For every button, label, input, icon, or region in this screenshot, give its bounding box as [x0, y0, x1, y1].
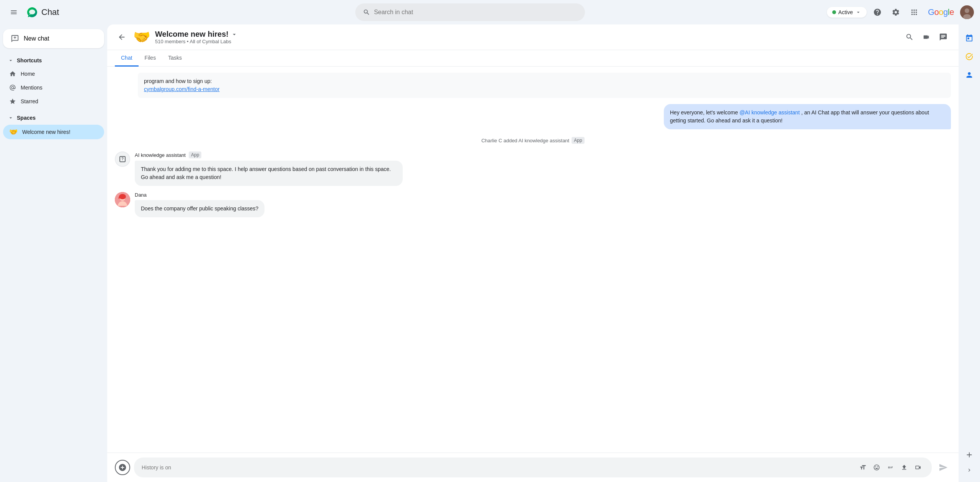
- input-area: [107, 453, 959, 482]
- new-chat-icon: [11, 34, 19, 43]
- chevron-down-icon: [855, 9, 861, 15]
- contacts-panel-icon[interactable]: [962, 67, 977, 83]
- bot-app-badge: App: [189, 151, 201, 158]
- calendar-panel-icon[interactable]: [962, 31, 977, 46]
- space-info: Welcome new hires! 510 members • All of …: [155, 30, 897, 44]
- main-layout: New chat Shortcuts Home Mentions: [0, 24, 980, 482]
- tab-files[interactable]: Files: [139, 50, 162, 67]
- search-input[interactable]: [374, 9, 577, 16]
- chevron-down-icon: [8, 57, 14, 64]
- add-panel-icon[interactable]: [962, 447, 977, 462]
- bot-avatar: ?: [115, 151, 130, 167]
- user-message-wrap: Dana Does the company offer public speak…: [115, 192, 951, 217]
- sidebar: New chat Shortcuts Home Mentions: [0, 24, 107, 482]
- active-status-badge[interactable]: Active: [827, 7, 867, 18]
- user-name-row: Dana: [135, 192, 951, 198]
- chat-header: 🤝 Welcome new hires! 510 members • All o…: [107, 24, 959, 50]
- active-label: Active: [838, 9, 853, 15]
- menu-icon[interactable]: [6, 5, 21, 20]
- messages-area: program and how to sign up: cymbalgroup.…: [107, 67, 959, 453]
- google-logo-text: Google: [928, 7, 954, 17]
- add-attachment-button[interactable]: [115, 460, 130, 475]
- back-button[interactable]: [115, 30, 129, 44]
- bot-bubble: Thank you for adding me to this space. I…: [135, 161, 403, 186]
- at-icon: [9, 84, 16, 91]
- chevron-down-icon: [231, 31, 238, 38]
- sidebar-item-home[interactable]: Home: [3, 67, 104, 80]
- search-bar-wrap: [116, 3, 824, 21]
- outgoing-message-wrap: Hey everyone, let's welcome @AI knowledg…: [115, 104, 951, 129]
- home-icon: [9, 70, 16, 77]
- spaces-header[interactable]: Spaces: [3, 112, 104, 124]
- starred-label: Starred: [21, 98, 38, 104]
- space-meta: 510 members • All of Cymbal Labs: [155, 39, 897, 44]
- bot-message-content: AI knowledge assistant App Thank you for…: [135, 151, 951, 186]
- svg-text:?: ?: [121, 157, 124, 161]
- tab-tasks[interactable]: Tasks: [162, 50, 188, 67]
- spaces-section: Spaces 🤝 Welcome new hires!: [3, 112, 104, 140]
- chat-tabs: Chat Files Tasks: [107, 50, 959, 67]
- message-input-box[interactable]: [134, 458, 932, 477]
- topbar: Chat Active: [0, 0, 980, 24]
- input-actions: [857, 461, 924, 474]
- user-message-content: Dana Does the company offer public speak…: [135, 192, 951, 217]
- active-dot: [832, 10, 836, 14]
- threads-button[interactable]: [936, 29, 951, 45]
- sidebar-item-starred[interactable]: Starred: [3, 95, 104, 108]
- svg-point-9: [119, 194, 126, 199]
- star-icon: [9, 98, 16, 105]
- topbar-left: Chat: [6, 5, 113, 20]
- shortcuts-header[interactable]: Shortcuts: [3, 54, 104, 67]
- send-button[interactable]: [936, 460, 951, 475]
- apps-button[interactable]: [906, 5, 922, 20]
- chat-logo-svg: [26, 6, 38, 18]
- search-bar[interactable]: [355, 3, 585, 21]
- topbar-right: Active Google: [827, 5, 974, 20]
- gif-button[interactable]: [884, 461, 897, 474]
- sidebar-item-mentions[interactable]: Mentions: [3, 81, 104, 94]
- new-chat-button[interactable]: New chat: [3, 29, 104, 48]
- space-item-label: Welcome new hires!: [22, 129, 70, 135]
- expand-button[interactable]: [963, 466, 975, 476]
- dana-avatar: [115, 192, 130, 207]
- user-avatar[interactable]: [960, 5, 974, 19]
- emoji-button[interactable]: [871, 461, 883, 474]
- system-message: Charlie C added AI knowledge assistant A…: [115, 137, 951, 144]
- sidebar-item-space-welcome[interactable]: 🤝 Welcome new hires!: [3, 125, 104, 139]
- svg-point-1: [29, 10, 35, 15]
- tasks-panel-icon[interactable]: [962, 49, 977, 64]
- app-title: Chat: [41, 7, 59, 17]
- ai-mention[interactable]: @AI knowledge assistant: [740, 109, 800, 116]
- chat-header-actions: [902, 29, 951, 45]
- bot-message-wrap: ? AI knowledge assistant App Thank you f…: [115, 151, 951, 186]
- main-content: 🤝 Welcome new hires! 510 members • All o…: [107, 24, 959, 482]
- partial-message: program and how to sign up: cymbalgroup.…: [138, 73, 951, 98]
- chevron-down-icon: [8, 115, 14, 121]
- spaces-label: Spaces: [17, 115, 36, 121]
- space-emoji-icon: 🤝: [9, 128, 18, 136]
- search-chat-button[interactable]: [902, 29, 917, 45]
- video-message-button[interactable]: [912, 461, 924, 474]
- right-panel: [959, 24, 980, 482]
- space-name[interactable]: Welcome new hires!: [155, 30, 897, 39]
- shortcuts-label: Shortcuts: [17, 57, 42, 64]
- format-text-button[interactable]: [857, 461, 869, 474]
- video-call-button[interactable]: [919, 29, 934, 45]
- user-bubble: Does the company offer public speaking c…: [135, 200, 265, 217]
- upload-button[interactable]: [898, 461, 910, 474]
- right-panel-bottom: [962, 447, 977, 476]
- space-header-emoji: 🤝: [133, 29, 150, 45]
- search-icon: [363, 8, 370, 16]
- tab-chat[interactable]: Chat: [115, 50, 139, 67]
- new-chat-label: New chat: [24, 35, 49, 42]
- outgoing-message-bubble: Hey everyone, let's welcome @AI knowledg…: [664, 104, 951, 129]
- mentions-label: Mentions: [21, 85, 42, 91]
- bot-name: AI knowledge assistant: [135, 152, 186, 158]
- help-button[interactable]: [870, 5, 885, 20]
- find-mentor-link[interactable]: cymbalgroup.com/find-a-mentor: [144, 86, 220, 92]
- settings-button[interactable]: [888, 5, 903, 20]
- app-logo: Chat: [26, 6, 59, 18]
- message-input[interactable]: [142, 464, 854, 471]
- home-label: Home: [21, 71, 35, 77]
- app-badge: App: [572, 137, 584, 144]
